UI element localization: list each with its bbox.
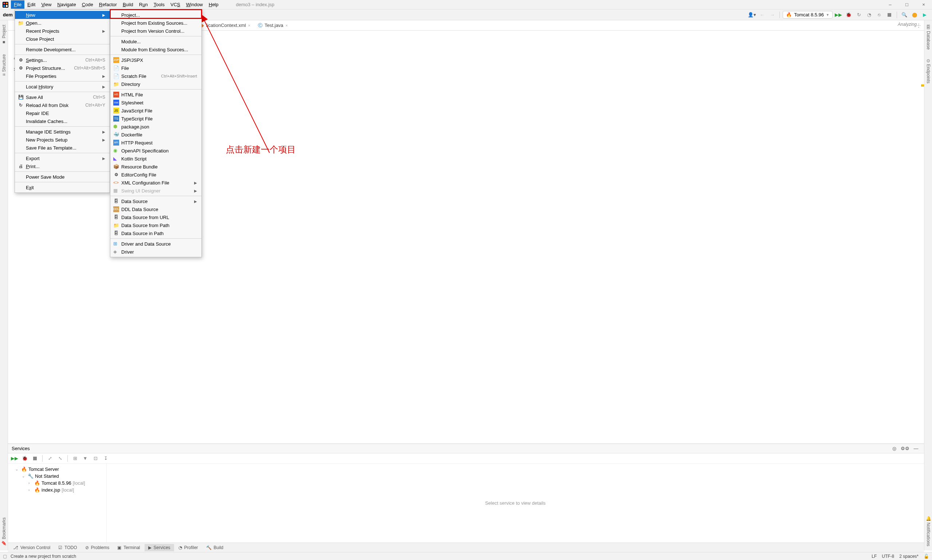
chevron-down-icon: ▼ xyxy=(826,13,829,17)
search-everywhere-button[interactable]: 🔍 xyxy=(900,11,909,19)
menu-file[interactable]: File xyxy=(11,0,25,9)
menu-refactor[interactable]: Refactor xyxy=(96,0,120,9)
separator xyxy=(779,12,780,18)
window-controls: – □ × xyxy=(882,0,932,9)
maximize-button[interactable]: □ xyxy=(898,0,915,9)
menu-edit[interactable]: Edit xyxy=(25,0,38,9)
run-button[interactable]: ▶ xyxy=(834,11,843,19)
breadcrumb[interactable]: dem xyxy=(3,12,13,17)
new-project[interactable]: Project... xyxy=(110,11,201,19)
attach-button[interactable]: ⎋ xyxy=(875,11,884,19)
menu-help[interactable]: Help xyxy=(206,0,221,9)
user-icon[interactable]: 👤▾ xyxy=(747,11,756,19)
svg-rect-4 xyxy=(6,5,8,7)
app-logo-icon xyxy=(2,2,9,8)
tomcat-icon: 🔥 xyxy=(786,12,792,17)
code-with-me-icon[interactable]: ▶ xyxy=(920,11,929,19)
file-new[interactable]: New▶ xyxy=(15,11,110,19)
profile-button[interactable]: ◔ xyxy=(865,11,873,19)
menu-build[interactable]: Build xyxy=(120,0,136,9)
run-config-label: Tomcat 8.5.96 xyxy=(794,12,824,17)
menubar: File Edit View Navigate Code Refactor Bu… xyxy=(0,0,932,9)
menu-code[interactable]: Code xyxy=(79,0,96,9)
forward-button[interactable]: → xyxy=(768,11,776,19)
stop-button[interactable] xyxy=(885,11,894,19)
svg-rect-1 xyxy=(3,3,5,5)
run-configuration-selector[interactable]: 🔥 Tomcat 8.5.96 ▼ xyxy=(783,11,833,18)
new-submenu: Project... Project from Existing Sources… xyxy=(110,9,202,20)
file-open[interactable]: Open... xyxy=(15,19,110,20)
folder-icon xyxy=(18,20,24,20)
separator xyxy=(897,12,897,18)
file-menu-dropdown: New▶ Open... Recent Projects▶ Close Proj… xyxy=(15,9,110,20)
menu-run[interactable]: Run xyxy=(136,0,151,9)
new-project-existing[interactable]: Project from Existing Sources... xyxy=(110,19,201,20)
menu-vcs[interactable]: VCS xyxy=(168,0,183,9)
menu-view[interactable]: View xyxy=(38,0,54,9)
debug-button[interactable]: 🐞 xyxy=(844,11,853,19)
window-title: demo3 – index.jsp xyxy=(236,2,275,7)
menu-navigate[interactable]: Navigate xyxy=(54,0,79,9)
run-with-coverage-button[interactable]: ↻ xyxy=(855,11,863,19)
svg-rect-2 xyxy=(6,3,8,5)
back-button[interactable]: ← xyxy=(758,11,766,19)
close-button[interactable]: × xyxy=(915,0,932,9)
ide-update-icon[interactable]: ⬤ xyxy=(910,11,919,19)
menu-tools[interactable]: Tools xyxy=(151,0,168,9)
svg-rect-3 xyxy=(3,5,5,7)
menu-window[interactable]: Window xyxy=(183,0,206,9)
minimize-button[interactable]: – xyxy=(882,0,898,9)
